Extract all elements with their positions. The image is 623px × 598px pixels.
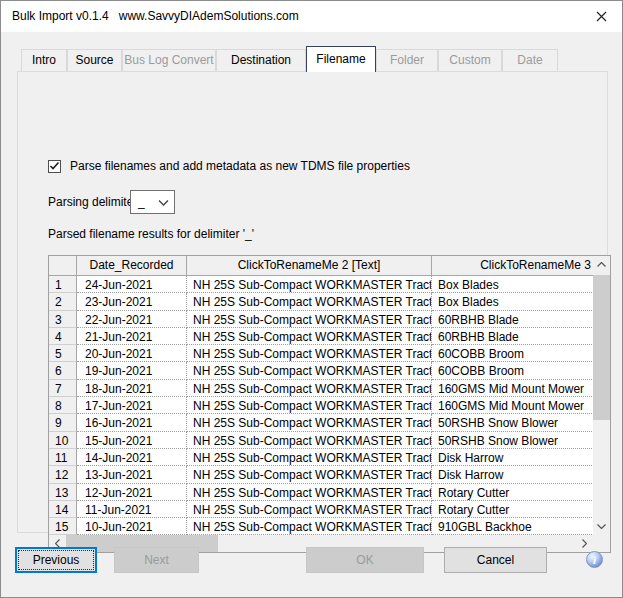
cell-clicktorenameme-3[interactable]: Disk Harrow bbox=[432, 449, 593, 466]
row-number-cell[interactable]: 15 bbox=[49, 518, 77, 535]
delimiter-select[interactable]: _ bbox=[130, 190, 175, 214]
table-row: 1411-Jun-2021NH 25S Sub-Compact WORKMAST… bbox=[49, 501, 593, 518]
next-button[interactable]: Next bbox=[114, 547, 199, 573]
row-number-cell[interactable]: 1 bbox=[49, 276, 77, 293]
cell-clicktorenameme-2[interactable]: NH 25S Sub-Compact WORKMASTER Tractor bbox=[187, 518, 432, 535]
cell-clicktorenameme-2[interactable]: NH 25S Sub-Compact WORKMASTER Tractor bbox=[187, 311, 432, 328]
row-number-cell[interactable]: 4 bbox=[49, 328, 77, 345]
column-header-date-recorded[interactable]: Date_Recorded bbox=[77, 256, 187, 276]
cell-clicktorenameme-2[interactable]: NH 25S Sub-Compact WORKMASTER Tractor bbox=[187, 501, 432, 518]
cancel-button[interactable]: Cancel bbox=[444, 547, 547, 573]
scroll-down-arrow-icon[interactable] bbox=[593, 518, 610, 535]
cell-date-recorded[interactable]: 20-Jun-2021 bbox=[77, 345, 187, 362]
parsed-results-table: Date_RecordedClickToRenameMe 2 [Text]Cli… bbox=[48, 255, 611, 553]
row-number-cell[interactable]: 2 bbox=[49, 293, 77, 310]
cell-clicktorenameme-3[interactable]: 160GMS Mid Mount Mower bbox=[432, 397, 593, 414]
cell-date-recorded[interactable]: 10-Jun-2021 bbox=[77, 518, 187, 535]
tab-folder: Folder bbox=[376, 49, 438, 71]
filename-tab-page: Parse filenames and add metadata as new … bbox=[17, 71, 608, 533]
cell-clicktorenameme-3[interactable]: 50RSHB Snow Blower bbox=[432, 432, 593, 449]
parse-checkbox-label: Parse filenames and add metadata as new … bbox=[70, 159, 410, 173]
vertical-scroll-thumb[interactable] bbox=[593, 275, 610, 420]
row-number-cell[interactable]: 13 bbox=[49, 484, 77, 501]
row-number-cell[interactable]: 9 bbox=[49, 414, 77, 431]
cell-clicktorenameme-3[interactable]: 60COBB Broom bbox=[432, 362, 593, 379]
bulk-import-dialog: Bulk Import v0.1.4 www.SavvyDIAdemSoluti… bbox=[0, 0, 623, 598]
cell-date-recorded[interactable]: 24-Jun-2021 bbox=[77, 276, 187, 293]
info-icon[interactable]: i bbox=[586, 551, 603, 568]
cell-clicktorenameme-2[interactable]: NH 25S Sub-Compact WORKMASTER Tractor bbox=[187, 466, 432, 483]
scroll-right-arrow-icon[interactable] bbox=[576, 535, 593, 552]
cell-clicktorenameme-2[interactable]: NH 25S Sub-Compact WORKMASTER Tractor bbox=[187, 449, 432, 466]
cell-clicktorenameme-3[interactable]: 50RSHB Snow Blower bbox=[432, 414, 593, 431]
cell-clicktorenameme-3[interactable]: Rotary Cutter bbox=[432, 501, 593, 518]
close-icon bbox=[596, 11, 607, 22]
cell-clicktorenameme-2[interactable]: NH 25S Sub-Compact WORKMASTER Tractor bbox=[187, 328, 432, 345]
cell-clicktorenameme-3[interactable]: Box Blades bbox=[432, 276, 593, 293]
table-row: 223-Jun-2021NH 25S Sub-Compact WORKMASTE… bbox=[49, 293, 593, 310]
cell-clicktorenameme-2[interactable]: NH 25S Sub-Compact WORKMASTER Tractor bbox=[187, 397, 432, 414]
previous-button[interactable]: Previous bbox=[15, 547, 97, 573]
cell-clicktorenameme-3[interactable]: 910GBL Backhoe bbox=[432, 518, 593, 535]
row-number-cell[interactable]: 6 bbox=[49, 362, 77, 379]
tab-custom: Custom bbox=[438, 49, 502, 71]
tab-source[interactable]: Source bbox=[67, 49, 122, 71]
cell-clicktorenameme-3[interactable]: 60RBHB Blade bbox=[432, 311, 593, 328]
cell-clicktorenameme-2[interactable]: NH 25S Sub-Compact WORKMASTER Tractor bbox=[187, 293, 432, 310]
vertical-scrollbar[interactable] bbox=[593, 256, 610, 535]
row-number-cell[interactable]: 11 bbox=[49, 449, 77, 466]
ok-button[interactable]: OK bbox=[306, 547, 424, 573]
tab-destination[interactable]: Destination bbox=[216, 49, 306, 71]
cell-clicktorenameme-2[interactable]: NH 25S Sub-Compact WORKMASTER Tractor bbox=[187, 484, 432, 501]
cell-clicktorenameme-3[interactable]: Disk Harrow bbox=[432, 466, 593, 483]
row-number-cell[interactable]: 10 bbox=[49, 432, 77, 449]
scroll-up-arrow-icon[interactable] bbox=[593, 256, 610, 273]
cell-date-recorded[interactable]: 23-Jun-2021 bbox=[77, 293, 187, 310]
cell-date-recorded[interactable]: 12-Jun-2021 bbox=[77, 484, 187, 501]
column-header-row-number[interactable] bbox=[49, 256, 77, 276]
cell-date-recorded[interactable]: 21-Jun-2021 bbox=[77, 328, 187, 345]
row-number-cell[interactable]: 14 bbox=[49, 501, 77, 518]
cell-clicktorenameme-3[interactable]: Rotary Cutter bbox=[432, 484, 593, 501]
table-row: 1213-Jun-2021NH 25S Sub-Compact WORKMAST… bbox=[49, 466, 593, 483]
cell-clicktorenameme-2[interactable]: NH 25S Sub-Compact WORKMASTER Tractor bbox=[187, 362, 432, 379]
cell-clicktorenameme-3[interactable]: 60COBB Broom bbox=[432, 345, 593, 362]
column-header-clicktorenameme-3[interactable]: ClickToRenameMe 3 [Text] bbox=[432, 256, 593, 276]
title-bar: Bulk Import v0.1.4 www.SavvyDIAdemSoluti… bbox=[1, 1, 622, 32]
cell-date-recorded[interactable]: 19-Jun-2021 bbox=[77, 362, 187, 379]
cell-clicktorenameme-2[interactable]: NH 25S Sub-Compact WORKMASTER Tractor bbox=[187, 432, 432, 449]
column-header-clicktorenameme-2[interactable]: ClickToRenameMe 2 [Text] bbox=[187, 256, 432, 276]
cell-date-recorded[interactable]: 16-Jun-2021 bbox=[77, 414, 187, 431]
cell-date-recorded[interactable]: 15-Jun-2021 bbox=[77, 432, 187, 449]
cell-clicktorenameme-2[interactable]: NH 25S Sub-Compact WORKMASTER Tractor bbox=[187, 276, 432, 293]
cell-date-recorded[interactable]: 13-Jun-2021 bbox=[77, 466, 187, 483]
cell-clicktorenameme-2[interactable]: NH 25S Sub-Compact WORKMASTER Tractor bbox=[187, 380, 432, 397]
row-number-cell[interactable]: 5 bbox=[49, 345, 77, 362]
cell-date-recorded[interactable]: 22-Jun-2021 bbox=[77, 311, 187, 328]
row-number-cell[interactable]: 8 bbox=[49, 397, 77, 414]
parse-checkbox[interactable] bbox=[48, 160, 61, 173]
cell-clicktorenameme-3[interactable]: Box Blades bbox=[432, 293, 593, 310]
table-row: 1015-Jun-2021NH 25S Sub-Compact WORKMAST… bbox=[49, 432, 593, 449]
cell-clicktorenameme-2[interactable]: NH 25S Sub-Compact WORKMASTER Tractor bbox=[187, 345, 432, 362]
cell-clicktorenameme-3[interactable]: 160GMS Mid Mount Mower bbox=[432, 380, 593, 397]
table-row: 124-Jun-2021NH 25S Sub-Compact WORKMASTE… bbox=[49, 276, 593, 293]
tab-filename[interactable]: Filename bbox=[306, 46, 376, 72]
row-number-cell[interactable]: 3 bbox=[49, 311, 77, 328]
row-number-cell[interactable]: 12 bbox=[49, 466, 77, 483]
row-number-cell[interactable]: 7 bbox=[49, 380, 77, 397]
close-button[interactable] bbox=[583, 1, 619, 32]
cell-date-recorded[interactable]: 18-Jun-2021 bbox=[77, 380, 187, 397]
cell-date-recorded[interactable]: 17-Jun-2021 bbox=[77, 397, 187, 414]
cell-date-recorded[interactable]: 14-Jun-2021 bbox=[77, 449, 187, 466]
cell-clicktorenameme-3[interactable]: 60RBHB Blade bbox=[432, 328, 593, 345]
table-row: 916-Jun-2021NH 25S Sub-Compact WORKMASTE… bbox=[49, 414, 593, 431]
cell-clicktorenameme-2[interactable]: NH 25S Sub-Compact WORKMASTER Tractor bbox=[187, 414, 432, 431]
delimiter-value: _ bbox=[138, 195, 145, 209]
cell-date-recorded[interactable]: 11-Jun-2021 bbox=[77, 501, 187, 518]
delimiter-label: Parsing delimiter bbox=[48, 190, 137, 214]
table-row: 421-Jun-2021NH 25S Sub-Compact WORKMASTE… bbox=[49, 328, 593, 345]
tab-intro[interactable]: Intro bbox=[21, 49, 67, 71]
tab-strip: IntroSourceBus Log ConvertDestinationFil… bbox=[21, 46, 558, 71]
table-row: 619-Jun-2021NH 25S Sub-Compact WORKMASTE… bbox=[49, 362, 593, 379]
